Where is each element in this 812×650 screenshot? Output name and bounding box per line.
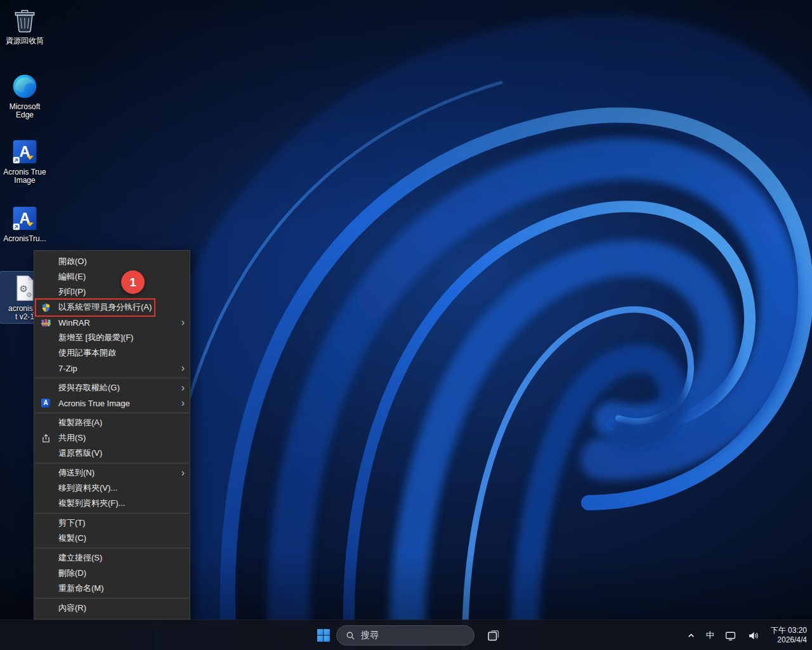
menu-separator — [35, 413, 189, 413]
svg-text:⚙: ⚙ — [26, 291, 32, 298]
submenu-chevron-icon: › — [178, 363, 185, 373]
desktop-icon-recycle-bin[interactable]: 資源回收筒 — [0, 4, 49, 47]
empty-icon-space — [39, 256, 52, 267]
menu-item-open[interactable]: 開啟(O) — [34, 254, 190, 269]
empty-icon-space — [39, 483, 52, 493]
taskbar: 搜尋 中 下午 03:20 2 — [0, 620, 812, 650]
volume-icon[interactable] — [747, 629, 760, 642]
menu-separator — [35, 598, 189, 599]
clock-date: 2026/4/4 — [777, 635, 807, 645]
network-icon[interactable] — [724, 629, 737, 642]
menu-item-label: 複製(C) — [58, 533, 86, 544]
menu-item-label: 建立捷徑(S) — [58, 552, 102, 564]
task-view-button[interactable] — [481, 623, 506, 648]
annotation-step-number: 1 — [129, 275, 136, 289]
context-menu: 開啟(O) 編輯(E) 列印(P) 以系統管理員身分執行(A) — [34, 250, 190, 620]
clock-time: 下午 03:20 — [771, 626, 807, 635]
menu-item-copy[interactable]: 複製(C) — [34, 531, 190, 546]
desktop-icon-label: AcronisTru... — [3, 235, 46, 243]
menu-item-open-with-notepad[interactable]: 使用記事本開啟 — [34, 345, 190, 361]
submenu-chevron-icon: › — [178, 383, 185, 393]
search-icon — [346, 631, 355, 640]
taskbar-clock[interactable]: 下午 03:20 2026/4/4 — [771, 626, 807, 645]
menu-separator — [35, 463, 189, 463]
empty-icon-space — [39, 583, 52, 594]
empty-icon-space — [39, 333, 52, 343]
menu-item-edit[interactable]: 編輯(E) — [34, 269, 190, 284]
menu-item-7zip[interactable]: 7-Zip › — [34, 361, 190, 376]
menu-item-label: 複製到資料夾(F)... — [58, 498, 125, 509]
acronis-installer-icon: A — [10, 204, 39, 233]
empty-icon-space — [39, 468, 52, 478]
share-icon — [39, 433, 52, 443]
task-view-icon — [487, 629, 500, 642]
empty-icon-space — [39, 287, 52, 297]
menu-item-properties[interactable]: 內容(R) — [34, 600, 190, 616]
menu-item-label: WinRAR — [58, 318, 90, 328]
menu-item-label: 新增至 [我的最愛](F) — [58, 332, 133, 343]
menu-item-copy-to-folder[interactable]: 複製到資料夾(F)... — [34, 496, 190, 511]
submenu-chevron-icon: › — [178, 317, 185, 328]
menu-item-label: 以系統管理員身分執行(A) — [58, 302, 152, 313]
menu-item-cut[interactable]: 剪下(T) — [34, 515, 190, 531]
menu-item-winrar[interactable]: WinRAR › — [34, 315, 190, 330]
desktop-icon-microsoft-edge[interactable]: Microsoft Edge — [0, 70, 49, 121]
empty-icon-space — [39, 448, 52, 458]
recycle-bin-icon — [10, 6, 39, 35]
menu-item-give-access-to[interactable]: 授與存取權給(G) › — [34, 380, 190, 395]
desktop-icon-label: 資源回收筒 — [6, 37, 44, 45]
menu-item-create-shortcut[interactable]: 建立捷徑(S) — [34, 550, 190, 566]
menu-item-acronis-true-image[interactable]: A Acronis True Image › — [34, 395, 190, 411]
empty-icon-space — [39, 568, 52, 578]
menu-item-label: 內容(R) — [58, 602, 86, 614]
ime-language-indicator[interactable]: 中 — [706, 630, 714, 641]
desktop-icon-label: Microsoft Edge — [0, 103, 49, 119]
acronis-true-image-icon: A — [10, 137, 39, 166]
system-tray: 中 下午 03:20 2026/4/4 — [686, 620, 807, 650]
menu-separator — [35, 378, 189, 378]
windows-logo-icon — [317, 628, 331, 642]
menu-item-run-as-admin[interactable]: 以系統管理員身分執行(A) — [34, 300, 190, 315]
submenu-chevron-icon: › — [178, 468, 185, 478]
menu-item-label: 共用(S) — [58, 432, 86, 444]
menu-item-label: 複製路徑(A) — [58, 417, 102, 428]
menu-item-label: 開啟(O) — [58, 256, 87, 267]
menu-item-label: 還原舊版(V) — [58, 448, 102, 459]
start-button[interactable] — [311, 623, 336, 648]
microsoft-edge-icon — [10, 72, 39, 101]
menu-item-label: Acronis True Image — [58, 399, 130, 408]
menu-item-label: 使用記事本開啟 — [58, 347, 116, 359]
menu-item-move-to-folder[interactable]: 移到資料夾(V)... — [34, 481, 190, 496]
menu-item-restore-previous-versions[interactable]: 還原舊版(V) — [34, 446, 190, 461]
empty-icon-space — [39, 272, 52, 282]
acronis-icon: A — [39, 398, 52, 408]
menu-item-copy-path[interactable]: 複製路徑(A) — [34, 415, 190, 430]
submenu-chevron-icon: › — [178, 398, 185, 408]
menu-item-label: 編輯(E) — [58, 271, 86, 282]
empty-icon-space — [39, 348, 52, 358]
desktop-icon-acronis-true-image[interactable]: A Acronis True Image — [0, 135, 49, 187]
hidden-icons-chevron[interactable] — [686, 630, 697, 641]
menu-item-label: 剪下(T) — [58, 517, 86, 529]
menu-separator — [35, 513, 189, 514]
menu-item-send-to[interactable]: 傳送到(N) › — [34, 465, 190, 481]
menu-item-delete[interactable]: 刪除(D) — [34, 566, 190, 581]
menu-item-print[interactable]: 列印(P) — [34, 284, 190, 300]
annotation-step-circle: 1 — [121, 270, 145, 294]
winrar-icon — [39, 317, 52, 328]
menu-item-label: 重新命名(M) — [58, 583, 104, 594]
desktop-icon-label: Acronis True Image — [0, 168, 49, 185]
empty-icon-space — [39, 498, 52, 508]
taskbar-search-box[interactable]: 搜尋 — [336, 625, 475, 646]
empty-icon-space — [39, 518, 52, 528]
menu-item-label: 授與存取權給(G) — [58, 382, 120, 394]
menu-item-share[interactable]: 共用(S) — [34, 430, 190, 446]
menu-item-add-to-favorites[interactable]: 新增至 [我的最愛](F) — [34, 330, 190, 345]
desktop-icon-acronis-installer[interactable]: A AcronisTru... — [0, 202, 49, 245]
menu-item-label: 傳送到(N) — [58, 467, 95, 479]
menu-separator — [35, 548, 189, 548]
empty-icon-space — [39, 553, 52, 563]
menu-item-rename[interactable]: 重新命名(M) — [34, 581, 190, 596]
empty-icon-space — [39, 418, 52, 428]
uac-shield-icon — [39, 302, 52, 312]
